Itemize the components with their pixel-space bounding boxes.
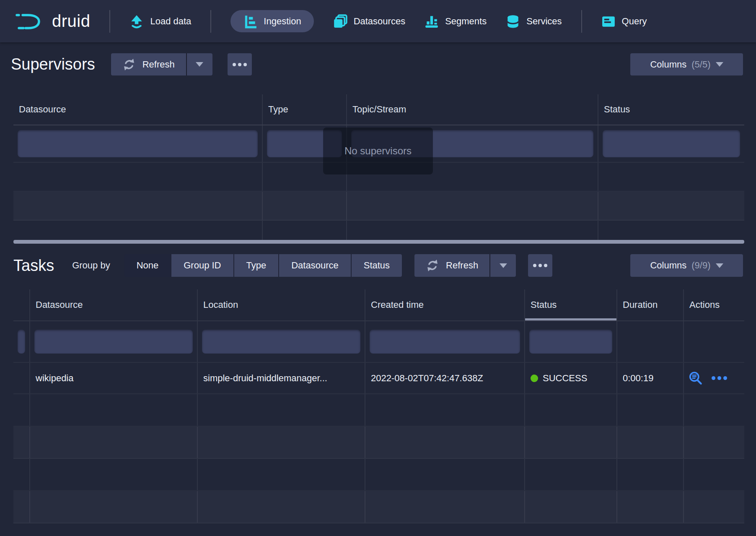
ellipsis-icon xyxy=(544,264,547,267)
ellipsis-icon xyxy=(243,63,247,66)
column-header-topic-stream[interactable]: Topic/Stream xyxy=(347,94,598,125)
supervisors-columns-button[interactable]: Columns (5/5) xyxy=(630,53,743,75)
sort-indicator xyxy=(525,318,616,320)
actions-cell xyxy=(684,363,744,393)
column-header-clipped[interactable] xyxy=(13,289,30,320)
group-by-button-group: None Group ID Type Datasource Status xyxy=(124,254,402,277)
group-by-label: Group by xyxy=(72,260,110,271)
column-header-actions[interactable]: Actions xyxy=(684,289,744,320)
column-header-datasource[interactable]: Datasource xyxy=(13,94,263,125)
nav-label: Services xyxy=(526,16,562,27)
created-time-cell: 2022-08-02T07:42:47.638Z xyxy=(365,363,525,393)
column-header-created-time[interactable]: Created time xyxy=(365,289,525,320)
filter-cell xyxy=(347,125,598,162)
tasks-columns-button[interactable]: Columns (9/9) xyxy=(630,254,743,277)
task-id-cell-clipped xyxy=(13,363,30,393)
success-status-dot xyxy=(531,375,538,382)
load-data-icon xyxy=(129,14,144,29)
status-filter-input[interactable] xyxy=(529,330,612,354)
location-filter-input[interactable] xyxy=(202,330,360,354)
druid-logo-icon xyxy=(15,10,45,32)
supervisors-table: Datasource Type Topic/Stream Status No s… xyxy=(13,94,744,244)
ellipsis-icon xyxy=(717,376,721,380)
refresh-button[interactable]: Refresh xyxy=(111,53,186,75)
refresh-interval-button[interactable] xyxy=(186,53,212,75)
druid-console: druid Load data Ingestion xyxy=(0,0,756,536)
ellipsis-icon xyxy=(238,63,241,66)
magnifying-glass-icon xyxy=(688,371,703,386)
topic-stream-filter-input[interactable] xyxy=(351,130,593,157)
group-by-type-button[interactable]: Type xyxy=(233,254,279,277)
duration-cell: 0:00:19 xyxy=(617,363,684,393)
refresh-label: Refresh xyxy=(142,59,175,70)
column-header-location[interactable]: Location xyxy=(198,289,365,320)
tasks-toolbar: Tasks Group by None Group ID Type Dataso… xyxy=(13,254,743,277)
columns-label: Columns xyxy=(650,59,686,70)
tasks-table: Datasource Location Created time Status … xyxy=(13,289,744,523)
group-by-none-button[interactable]: None xyxy=(124,254,171,277)
refresh-interval-button[interactable] xyxy=(489,254,516,277)
refresh-label: Refresh xyxy=(446,260,478,271)
group-by-datasource-button[interactable]: Datasource xyxy=(278,254,351,277)
nav-item-load-data[interactable]: Load data xyxy=(129,14,191,29)
filter-cell xyxy=(525,321,617,362)
nav-item-datasources[interactable]: Datasources xyxy=(333,14,406,29)
clipped-filter-input[interactable] xyxy=(18,330,25,354)
status-filter-input[interactable] xyxy=(603,130,740,157)
druid-logo[interactable]: druid xyxy=(15,10,90,32)
type-filter-input[interactable] xyxy=(267,130,342,157)
filter-cell xyxy=(598,125,744,162)
chevron-down-icon xyxy=(716,62,723,67)
refresh-icon xyxy=(426,259,439,272)
supervisors-body xyxy=(13,163,744,243)
filter-cell xyxy=(365,321,525,362)
nav-label: Segments xyxy=(445,16,487,27)
nav-item-query[interactable]: Query xyxy=(601,14,647,29)
group-by-status-button[interactable]: Status xyxy=(351,254,402,277)
datasources-icon xyxy=(333,14,347,29)
nav-label: Load data xyxy=(150,16,191,27)
datasource-filter-input[interactable] xyxy=(18,130,258,157)
location-cell: simple-druid-middlemanager... xyxy=(198,363,365,393)
tasks-more-button[interactable] xyxy=(528,254,552,277)
refresh-button[interactable]: Refresh xyxy=(414,254,489,277)
supervisors-filter-row xyxy=(13,125,744,163)
empty-row xyxy=(13,427,744,459)
filter-cell xyxy=(198,321,365,362)
tasks-title: Tasks xyxy=(13,257,54,275)
ellipsis-icon xyxy=(533,264,536,267)
filter-cell xyxy=(30,321,198,362)
tasks-refresh-split: Refresh xyxy=(414,254,516,277)
empty-row xyxy=(13,163,744,192)
supervisors-toolbar: Supervisors Refresh Columns (5/5 xyxy=(11,53,743,75)
nav-label: Ingestion xyxy=(264,16,301,27)
horizontal-scrollbar[interactable] xyxy=(13,240,744,244)
supervisors-title: Supervisors xyxy=(11,55,95,73)
column-header-datasource[interactable]: Datasource xyxy=(30,289,198,320)
nav-item-segments[interactable]: Segments xyxy=(425,14,487,29)
filter-cell xyxy=(13,125,263,162)
column-header-type[interactable]: Type xyxy=(263,94,347,125)
created-time-filter-input[interactable] xyxy=(370,330,520,354)
tasks-header-row: Datasource Location Created time Status … xyxy=(13,289,744,321)
nav-item-ingestion-active[interactable]: Ingestion xyxy=(230,10,313,32)
ellipsis-icon xyxy=(539,264,542,267)
columns-count: (9/9) xyxy=(691,260,710,271)
view-task-details-button[interactable] xyxy=(688,371,703,386)
task-row-wikipedia[interactable]: wikipedia simple-druid-middlemanager... … xyxy=(13,363,744,394)
datasource-filter-input[interactable] xyxy=(34,330,193,354)
nav-label: Datasources xyxy=(354,16,406,27)
nav-label: Query xyxy=(622,16,647,27)
column-header-status[interactable]: Status xyxy=(598,94,744,125)
task-actions-more-button[interactable] xyxy=(712,376,727,380)
group-by-group-id-button[interactable]: Group ID xyxy=(171,254,233,277)
ellipsis-icon xyxy=(712,376,715,380)
nav-divider xyxy=(109,10,110,33)
supervisors-more-button[interactable] xyxy=(228,53,252,75)
column-header-status-sorted[interactable]: Status xyxy=(525,289,617,320)
column-header-duration[interactable]: Duration xyxy=(617,289,684,320)
nav-item-services[interactable]: Services xyxy=(506,14,562,29)
columns-label: Columns xyxy=(650,260,686,271)
filter-cell xyxy=(684,321,744,362)
empty-row xyxy=(13,394,744,427)
